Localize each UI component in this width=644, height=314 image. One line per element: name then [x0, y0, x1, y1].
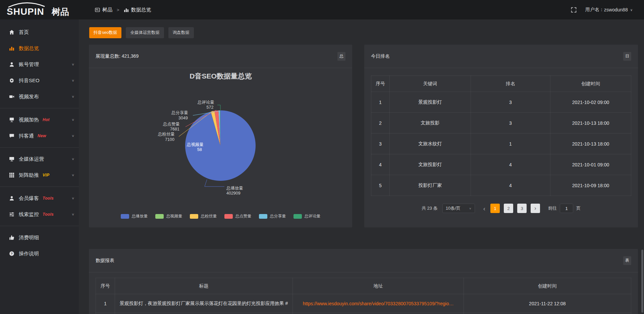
- legend-swatch: [259, 214, 267, 219]
- sidebar-item-matrix-boost[interactable]: 矩阵助推VIP∨: [0, 167, 79, 183]
- sidebar-item-account-management[interactable]: 账号管理∨: [0, 56, 79, 72]
- pie-label-name-5: 总评论量: [197, 100, 214, 105]
- pie-label-name-1: 总视频量: [186, 142, 204, 147]
- legend-label: 总粉丝量: [201, 213, 217, 219]
- legend-item-1[interactable]: 总视频量: [155, 213, 182, 219]
- page-button-1[interactable]: 1: [490, 204, 500, 213]
- chart-legend: 总播放量总视频量总粉丝量总点赞量总分享量总评论量: [89, 213, 352, 219]
- tab-media-operation-data[interactable]: 全媒体运营数据: [126, 27, 164, 38]
- fullscreen-icon[interactable]: [571, 7, 577, 13]
- pie-chart-title: D音SEO数据量总览: [190, 72, 252, 80]
- sidebar-item-data-overview[interactable]: 数据总览: [0, 40, 79, 56]
- main-content: 抖音seo数据全媒体运营数据询盘数据 展现量总数: 421,369 总 D音SE…: [79, 19, 644, 314]
- breadcrumb-item-0[interactable]: 树品: [95, 7, 112, 13]
- sidebar-item-douketong[interactable]: 抖客通New∨: [0, 128, 79, 144]
- legend-item-2[interactable]: 总粉丝量: [190, 213, 217, 219]
- pie-label-value-3: 7681: [170, 127, 179, 132]
- data-tabs: 抖音seo数据全媒体运营数据询盘数据: [89, 27, 194, 38]
- rank-column-header: 创建时间: [550, 76, 631, 92]
- sidebar-item-operation-guide[interactable]: ?操作说明: [0, 246, 79, 262]
- prev-page-button[interactable]: ‹: [480, 205, 488, 212]
- report-url-link[interactable]: https://www.iesdouyin.com/share/video/70…: [303, 301, 454, 306]
- legend-label: 总视频量: [166, 213, 182, 219]
- logo-text-en: SHUPIN: [7, 6, 44, 17]
- report-table: 序号标题地址创建时间 1景观投影灯，夜游景观投影灯厂家展示展示落花灯在花园里的灯…: [96, 278, 631, 314]
- sidebar-item-douyin-seo[interactable]: 抖音SEO∨: [0, 72, 79, 89]
- user-menu[interactable]: 用户名： zswodun88 ∨: [585, 7, 633, 13]
- pie-chart-area: D音SEO数据量总览总播放量402909总视频量58总粉丝量7100总点赞量76…: [89, 68, 352, 227]
- sidebar-item-video-publish[interactable]: 视频发布∨: [0, 89, 79, 105]
- sidebar-item-clue-monitor[interactable]: 线索监控Tools∨: [0, 206, 79, 222]
- table-row[interactable]: 3文旅水纹灯12021-10-13 18:00: [371, 134, 631, 154]
- table-row[interactable]: 5投影灯厂家42021-10-09 18:00: [371, 175, 631, 196]
- next-page-button[interactable]: ›: [531, 204, 540, 213]
- logo-text-cn: 树品: [51, 7, 69, 17]
- chevron-down-icon: ∨: [71, 212, 74, 216]
- total-mode-badge[interactable]: 总: [337, 52, 345, 61]
- sidebar-item-label: 抖客通: [19, 133, 34, 139]
- rank-cell: 2021-10-13 18:00: [550, 134, 631, 154]
- tab-inquiry-data[interactable]: 询盘数据: [168, 27, 194, 38]
- app-screen: SHUPIN 树品 树品>数据总览 用户名： zswodun88 ∨ 首页数据总…: [0, 0, 644, 314]
- question-icon: ?: [9, 251, 14, 256]
- pie-label-name-4: 总分享量: [171, 110, 188, 115]
- page-scrollbar-thumb[interactable]: [641, 250, 643, 313]
- sidebar-item-video-heat[interactable]: 视频加热Hot∨: [0, 112, 79, 128]
- rank-cell: 投影灯厂家: [389, 175, 471, 196]
- legend-label: 总播放量: [132, 213, 148, 219]
- page-button-2[interactable]: 2: [504, 204, 513, 213]
- page-button-3[interactable]: 3: [517, 204, 527, 213]
- breadcrumb-label: 数据总览: [131, 7, 151, 13]
- table-row[interactable]: 2文旅投影32021-10-13 18:00: [371, 113, 631, 134]
- chevron-down-icon: ∨: [71, 62, 74, 66]
- sidebar-divider: [0, 108, 79, 108]
- rank-cell: 1: [471, 134, 550, 154]
- report-cell-time: 2021-11-22 12:08: [464, 294, 631, 313]
- billboard-icon: [9, 117, 14, 122]
- sidebar-item-badge: Tools: [43, 212, 54, 217]
- sidebar-item-member-baoke[interactable]: 会员爆客Tools∨: [0, 190, 79, 206]
- sidebar-item-label: 视频加热: [19, 117, 39, 123]
- table-row[interactable]: 1景观投影灯，夜游景观投影灯厂家展示展示落花灯在花园里的灯光投影应用效果 #ht…: [96, 294, 631, 313]
- rank-cell: 3: [371, 134, 390, 154]
- table-row[interactable]: 4文旅投影灯42021-10-01 09:00: [371, 154, 631, 175]
- pie-label-line-5: [217, 105, 220, 110]
- breadcrumb-item-1[interactable]: 数据总览: [124, 7, 151, 13]
- breadcrumb-separator: >: [117, 7, 119, 12]
- day-mode-badge[interactable]: 日: [623, 52, 631, 61]
- sidebar-item-consumption-detail[interactable]: 消费明细: [0, 229, 79, 246]
- app-logo[interactable]: SHUPIN 树品: [0, 2, 79, 17]
- chevron-down-icon: ∨: [71, 78, 74, 82]
- page-buttons: 123: [488, 204, 529, 213]
- sidebar-item-label: 首页: [19, 29, 29, 36]
- sidebar-item-media-operation[interactable]: 全媒体运营∨: [0, 151, 79, 167]
- legend-item-0[interactable]: 总播放量: [121, 213, 148, 219]
- logo-graphic: SHUPIN 树品: [6, 2, 77, 17]
- goto-page-input[interactable]: [560, 204, 573, 213]
- report-panel-header: 数据报表 表: [89, 249, 638, 272]
- chevron-down-icon: ∨: [71, 196, 74, 200]
- sidebar-item-badge: Tools: [43, 196, 54, 201]
- report-column-header: 标题: [115, 278, 293, 294]
- tab-douyin-seo-data[interactable]: 抖音seo数据: [89, 27, 121, 38]
- legend-item-5[interactable]: 总评论量: [293, 213, 321, 219]
- sidebar-item-label: 消费明细: [19, 234, 39, 241]
- legend-swatch: [155, 214, 164, 219]
- rank-cell: 4: [471, 154, 550, 175]
- table-row[interactable]: 1景观投影灯32021-10-02 09:00: [371, 92, 631, 113]
- legend-item-4[interactable]: 总分享量: [259, 213, 286, 219]
- rank-cell: 2: [371, 113, 390, 134]
- page-size-select[interactable]: 10条/页 ∨: [442, 204, 475, 213]
- sidebar-item-label: 抖音SEO: [19, 77, 40, 84]
- username-value: zswodun88: [604, 7, 628, 12]
- sidebar-item-home[interactable]: 首页: [0, 24, 79, 40]
- rank-cell: 2021-10-02 09:00: [550, 92, 631, 113]
- table-mode-badge[interactable]: 表: [623, 256, 631, 265]
- report-cell-url: https://www.iesdouyin.com/share/video/70…: [293, 294, 464, 313]
- legend-item-3[interactable]: 总点赞量: [224, 213, 252, 219]
- rank-panel-header: 今日排名 日: [364, 45, 638, 68]
- pie-label-value-2: 7100: [165, 137, 174, 142]
- pie-label-name-2: 总粉丝量: [158, 132, 175, 137]
- report-cell-empty: [464, 313, 631, 314]
- rank-cell: 3: [471, 113, 550, 134]
